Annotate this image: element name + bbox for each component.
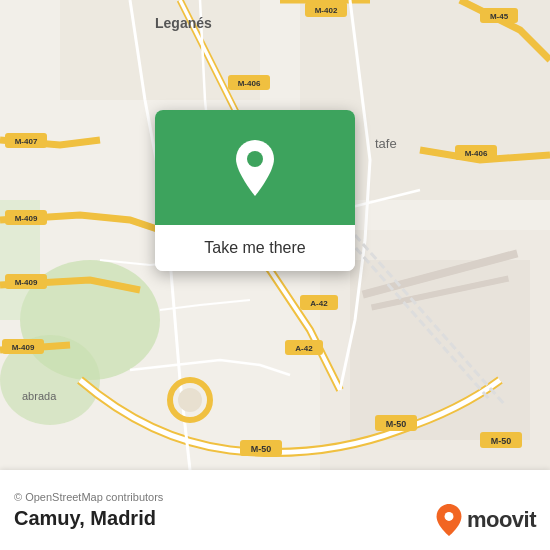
svg-text:M-409: M-409 (12, 343, 35, 352)
svg-point-39 (178, 388, 202, 412)
svg-text:M-50: M-50 (386, 419, 407, 429)
svg-text:abrada: abrada (22, 390, 57, 402)
map-attribution: © OpenStreetMap contributors (14, 491, 536, 503)
location-city: Madrid (90, 507, 156, 529)
svg-text:M-45: M-45 (490, 12, 509, 21)
map-container: M-50 M-50 M-50 A-42 A-42 M-406 M-406 M-4… (0, 0, 550, 470)
svg-text:A-42: A-42 (310, 299, 328, 308)
svg-text:Leganés: Leganés (155, 15, 212, 31)
take-me-there-button[interactable]: Take me there (155, 225, 355, 271)
moovit-brand-text: moovit (467, 507, 536, 533)
bottom-bar: © OpenStreetMap contributors Camuy, Madr… (0, 470, 550, 550)
svg-text:M-402: M-402 (315, 6, 338, 15)
svg-text:M-409: M-409 (15, 214, 38, 223)
svg-text:M-406: M-406 (465, 149, 488, 158)
svg-text:M-409: M-409 (15, 278, 38, 287)
svg-text:M-50: M-50 (251, 444, 272, 454)
popup-card: Take me there (155, 110, 355, 271)
moovit-logo: moovit (435, 504, 536, 536)
svg-point-44 (444, 512, 453, 521)
svg-text:tafe: tafe (375, 136, 397, 151)
popup-header (155, 110, 355, 225)
svg-point-43 (247, 151, 263, 167)
svg-text:M-406: M-406 (238, 79, 261, 88)
location-name: Camuy (14, 507, 79, 529)
svg-text:M-407: M-407 (15, 137, 38, 146)
svg-text:A-42: A-42 (295, 344, 313, 353)
location-separator: , (79, 507, 90, 529)
moovit-pin-icon (435, 504, 463, 536)
location-pin-icon (231, 140, 279, 196)
svg-text:M-50: M-50 (491, 436, 512, 446)
